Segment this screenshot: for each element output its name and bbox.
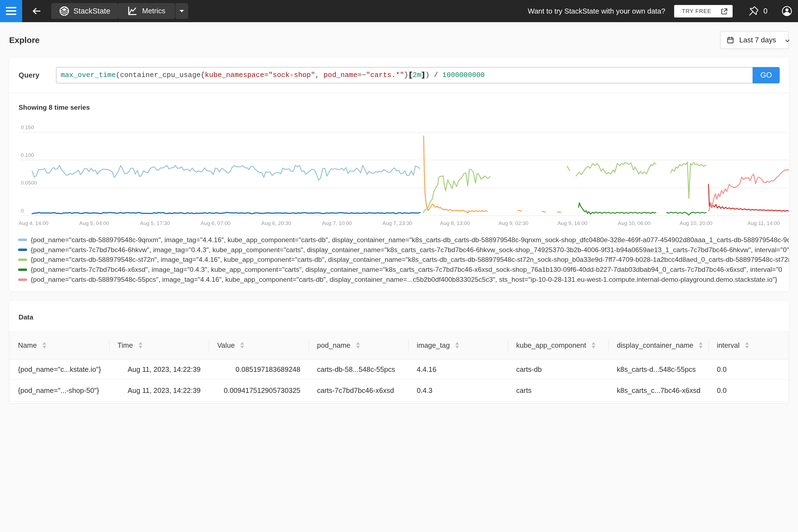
svg-text:Aug 10, 06:00: Aug 10, 06:00 (618, 220, 651, 226)
svg-text:0.0500: 0.0500 (21, 180, 37, 186)
svg-text:Aug 11, 14:00: Aug 11, 14:00 (747, 220, 780, 226)
svg-text:Aug 8, 13:00: Aug 8, 13:00 (440, 220, 470, 226)
svg-text:Aug 9, 16:00: Aug 9, 16:00 (557, 220, 587, 226)
svg-text:Aug 5, 17:30: Aug 5, 17:30 (140, 220, 170, 226)
svg-text:Aug 10, 20:00: Aug 10, 20:00 (680, 220, 712, 226)
svg-text:Aug 7, 10:00: Aug 7, 10:00 (322, 220, 352, 226)
svg-text:0: 0 (21, 208, 24, 214)
svg-text:Aug 6, 07:00: Aug 6, 07:00 (201, 220, 230, 226)
svg-text:Aug 6, 20:30: Aug 6, 20:30 (261, 220, 291, 226)
svg-text:0.150: 0.150 (21, 125, 34, 130)
svg-text:Aug 9, 02:30: Aug 9, 02:30 (498, 220, 528, 226)
svg-text:Aug 5, 04:00: Aug 5, 04:00 (79, 220, 109, 226)
svg-text:Aug 4, 14:00: Aug 4, 14:00 (19, 220, 49, 226)
svg-text:Aug 7, 23:30: Aug 7, 23:30 (382, 220, 412, 226)
svg-text:0.100: 0.100 (21, 152, 34, 158)
